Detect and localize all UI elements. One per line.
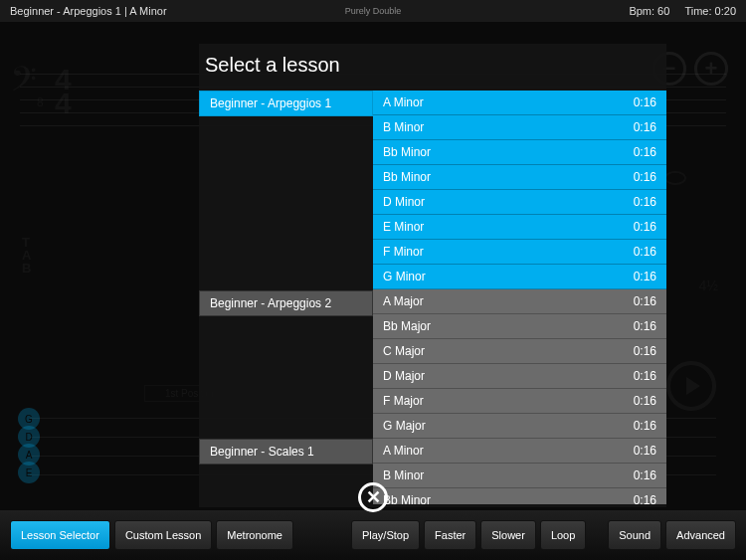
lesson-duration: 0:16	[634, 419, 656, 433]
lesson-duration: 0:16	[634, 95, 656, 109]
lesson-name: Bb Major	[383, 319, 431, 333]
lesson-name: D Major	[383, 369, 425, 383]
lesson-name: C Major	[383, 344, 425, 358]
lesson-name: F Major	[383, 394, 424, 408]
lesson-duration: 0:16	[634, 468, 656, 482]
advance-arrow-icon[interactable]	[666, 361, 716, 411]
sound-button[interactable]: Sound	[608, 520, 661, 550]
close-icon[interactable]: ✕	[358, 482, 388, 512]
lesson-item[interactable]: G Major0:16	[373, 414, 666, 439]
lesson-item[interactable]: Bb Minor0:16	[373, 165, 666, 190]
lesson-name: Bb Minor	[383, 493, 431, 504]
bpm-label: Bpm: 60	[629, 5, 669, 17]
breadcrumb: Beginner - Arpeggios 1 | A Minor	[10, 5, 167, 17]
lesson-name: B Minor	[383, 120, 424, 134]
lesson-item[interactable]: Bb Major0:16	[373, 314, 666, 339]
brand-logo: Purely Double	[345, 6, 402, 16]
lesson-item[interactable]: G Minor0:16	[373, 265, 666, 289]
lesson-duration: 0:16	[634, 444, 656, 458]
lesson-item[interactable]: F Minor0:16	[373, 240, 666, 265]
lesson-name: Bb Minor	[383, 145, 431, 159]
lesson-duration: 0:16	[634, 220, 656, 234]
lesson-duration: 0:16	[634, 319, 656, 333]
lesson-item[interactable]: B Minor0:16	[373, 464, 666, 488]
bottom-toolbar: Lesson Selector Custom Lesson Metronome …	[0, 510, 746, 560]
lesson-duration: 0:16	[634, 270, 656, 283]
lesson-name: A Minor	[383, 444, 424, 458]
slower-button[interactable]: Slower	[480, 520, 536, 550]
lesson-duration: 0:16	[634, 344, 656, 358]
string-note: E	[18, 462, 40, 483]
half-note-icon	[664, 171, 686, 185]
lesson-name: B Minor	[383, 468, 424, 482]
lesson-item[interactable]: Bb Minor0:16	[373, 140, 666, 165]
lesson-duration: 0:16	[634, 245, 656, 259]
lesson-duration: 0:16	[634, 120, 656, 134]
custom-lesson-button[interactable]: Custom Lesson	[114, 520, 212, 550]
category-item[interactable]: Beginner - Arpeggios 1	[199, 91, 373, 116]
lesson-duration: 0:16	[634, 145, 656, 159]
lesson-name: A Minor	[383, 95, 424, 109]
lesson-item[interactable]: E Minor0:16	[373, 215, 666, 240]
lesson-column: A Minor0:16B Minor0:16Bb Minor0:16Bb Min…	[373, 91, 666, 504]
lesson-item[interactable]: B Minor0:16	[373, 115, 666, 140]
advanced-button[interactable]: Advanced	[665, 520, 736, 550]
lesson-selector-modal: Select a lesson Beginner - Arpeggios 1Be…	[199, 44, 666, 507]
category-column: Beginner - Arpeggios 1Beginner - Arpeggi…	[199, 91, 373, 504]
lesson-name: F Minor	[383, 245, 424, 259]
lesson-duration: 0:16	[634, 493, 656, 504]
lesson-item[interactable]: D Minor0:16	[373, 190, 666, 215]
lesson-item[interactable]: C Major0:16	[373, 339, 666, 364]
category-item[interactable]: Beginner - Arpeggios 2	[199, 290, 373, 316]
lesson-selector-button[interactable]: Lesson Selector	[10, 520, 110, 550]
lesson-duration: 0:16	[634, 170, 656, 184]
lesson-item[interactable]: F Major0:16	[373, 389, 666, 414]
faster-button[interactable]: Faster	[424, 520, 476, 550]
position-fraction: 4½	[699, 278, 718, 293]
lesson-duration: 0:16	[634, 195, 656, 209]
lesson-item[interactable]: A Minor0:16	[373, 439, 666, 464]
top-bar: Beginner - Arpeggios 1 | A Minor Purely …	[0, 0, 746, 22]
lesson-name: Bb Minor	[383, 170, 431, 184]
status-right: Bpm: 60 Time: 0:20	[629, 5, 736, 17]
loop-button[interactable]: Loop	[540, 520, 586, 550]
time-label: Time: 0:20	[684, 5, 736, 17]
lesson-item[interactable]: Bb Minor0:16	[373, 488, 666, 504]
lesson-duration: 0:16	[634, 394, 656, 408]
modal-title: Select a lesson	[199, 44, 666, 91]
tab-label: T A B	[22, 236, 31, 275]
lesson-name: D Minor	[383, 195, 425, 209]
lesson-duration: 0:16	[634, 369, 656, 383]
lesson-item[interactable]: D Major0:16	[373, 364, 666, 389]
lesson-item[interactable]: A Major0:16	[373, 289, 666, 314]
lesson-name: G Major	[383, 419, 426, 433]
lesson-name: G Minor	[383, 270, 426, 283]
category-item[interactable]: Beginner - Scales 1	[199, 439, 373, 465]
play-stop-button[interactable]: Play/Stop	[351, 520, 420, 550]
metronome-button[interactable]: Metronome	[216, 520, 293, 550]
lesson-duration: 0:16	[634, 294, 656, 308]
lesson-name: E Minor	[383, 220, 424, 234]
lesson-item[interactable]: A Minor0:16	[373, 91, 666, 115]
lesson-name: A Major	[383, 294, 424, 308]
